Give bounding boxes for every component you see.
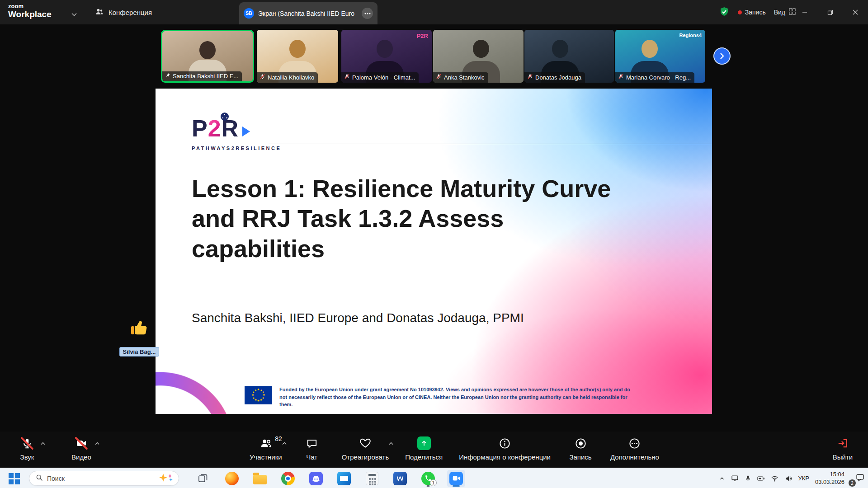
- leave-button[interactable]: Выйти: [829, 432, 856, 461]
- p2r-logo-text: P2R: [192, 117, 281, 140]
- meeting-info-button[interactable]: Информация о конференции: [459, 432, 551, 461]
- task-view-icon[interactable]: [195, 472, 211, 485]
- tray-date: 03.03.2026: [815, 479, 844, 486]
- monitor-icon[interactable]: [731, 474, 739, 482]
- participant-name-tag: Anka Stankovic: [433, 72, 488, 83]
- participants-button[interactable]: 82 Участники: [250, 432, 282, 461]
- reaction-overlay: Silvia Bag...: [116, 317, 163, 357]
- chevron-up-icon[interactable]: [282, 439, 287, 447]
- meeting-info-label: Информация о конференции: [459, 453, 551, 461]
- participant-tile-nataliia[interactable]: Nataliia Kholiavko: [257, 30, 338, 83]
- chevron-down-icon[interactable]: [71, 10, 77, 18]
- logo-letter-2: 2: [208, 117, 222, 140]
- participant-tile-paloma[interactable]: P2R Paloma Velón - Climat...: [341, 30, 432, 83]
- tab-more-icon[interactable]: [362, 8, 373, 19]
- battery-icon[interactable]: [757, 474, 765, 482]
- participant-name-tag: Paloma Velón - Climat...: [341, 72, 419, 83]
- tray-time: 15:04: [815, 471, 844, 479]
- calculator-icon[interactable]: [363, 470, 381, 487]
- search-input[interactable]: Поиск: [29, 471, 179, 486]
- share-button[interactable]: Поделиться: [405, 432, 443, 461]
- person-silhouette: [552, 40, 568, 58]
- person-silhouette: [199, 41, 216, 59]
- tray-mic-icon[interactable]: [745, 475, 751, 482]
- minimize-icon[interactable]: [792, 0, 817, 24]
- firefox-icon[interactable]: [223, 470, 241, 487]
- close-icon[interactable]: [843, 0, 868, 24]
- workplace-logo-text: Workplace: [8, 9, 52, 19]
- tray-chevron-up-icon[interactable]: [719, 475, 725, 482]
- video-label: Видео: [71, 453, 91, 461]
- person-silhouette: [473, 40, 489, 58]
- audio-label: Звук: [20, 453, 34, 461]
- mic-muted-icon: [527, 74, 533, 81]
- restore-icon[interactable]: [817, 0, 843, 24]
- backdrop-logo-text: P2R: [417, 33, 428, 39]
- eu-flag-icon: ★★ ★★ ★★ ★★ ★★ ★★: [245, 386, 272, 406]
- participant-name: Mariana Corvaro - Reg...: [626, 74, 691, 81]
- scroll-next-icon[interactable]: [713, 47, 731, 65]
- participant-name: Anka Stankovic: [444, 74, 485, 81]
- participant-tile-sanchita[interactable]: Sanchita Bakshi IIED E...: [161, 30, 254, 83]
- participant-tile-anka[interactable]: Anka Stankovic: [433, 30, 524, 83]
- recording-indicator[interactable]: Запись: [738, 9, 766, 16]
- title-bar: zoom Workplace Конференция SB Экран (San…: [0, 0, 868, 24]
- search-icon: [36, 474, 43, 483]
- participant-tile-mariana[interactable]: Regions4 Mariana Corvaro - Reg...: [615, 30, 705, 83]
- p2r-logo: P2R PATHWAYS2RESILIENCE: [192, 117, 281, 151]
- conference-tab-label: Конференция: [108, 9, 152, 16]
- wifi-icon[interactable]: [771, 474, 778, 482]
- recording-label: Запись: [745, 9, 766, 16]
- tray-clock[interactable]: 15:04 03.03.2026: [815, 471, 844, 486]
- more-label: Дополнительно: [610, 453, 659, 461]
- avatar-badge: SB: [244, 8, 254, 19]
- react-button[interactable]: Отреагировать: [342, 432, 389, 461]
- blue-app-icon[interactable]: [335, 470, 353, 487]
- person-silhouette: [642, 40, 658, 58]
- svg-text:★: ★: [260, 398, 263, 402]
- view-label: Вид: [774, 9, 785, 16]
- svg-text:★: ★: [257, 388, 260, 391]
- tab-conference[interactable]: Конференция: [95, 0, 152, 24]
- more-button[interactable]: Дополнительно: [610, 432, 659, 461]
- file-explorer-icon[interactable]: [251, 470, 269, 487]
- pin-icon: [165, 73, 170, 80]
- windows-start-icon[interactable]: [7, 472, 21, 485]
- leave-label: Выйти: [833, 453, 853, 461]
- speaker-icon[interactable]: [784, 474, 792, 482]
- chevron-up-icon[interactable]: [41, 439, 45, 447]
- participant-name-tag: Mariana Corvaro - Reg...: [615, 72, 694, 83]
- record-label: Запись: [569, 453, 591, 461]
- word-icon[interactable]: [391, 470, 409, 487]
- system-tray: УКР 15:04 03.03.2026 2: [719, 468, 864, 488]
- svg-text:★: ★: [257, 399, 260, 403]
- tab-shared-screen[interactable]: SB Экран (Sanchita Bakshi IIED Euro: [239, 2, 377, 24]
- sparkles-icon[interactable]: [159, 473, 174, 484]
- whatsapp-icon[interactable]: 1: [419, 470, 437, 487]
- chat-icon: [306, 436, 318, 450]
- record-button[interactable]: Запись: [567, 432, 594, 461]
- react-label: Отреагировать: [342, 453, 389, 461]
- eu-disclaimer-text: Funded by the European Union under grant…: [279, 386, 637, 408]
- more-icon: [628, 436, 641, 450]
- video-button[interactable]: Видео: [68, 432, 95, 461]
- zoom-app-icon[interactable]: [447, 470, 465, 487]
- backdrop-logo-text: Regions4: [679, 33, 702, 38]
- notification-icon[interactable]: 2: [850, 473, 864, 483]
- language-indicator[interactable]: УКР: [798, 475, 809, 482]
- chrome-icon[interactable]: [279, 470, 297, 487]
- participant-name-tag: Sanchita Bakshi IIED E...: [162, 71, 242, 81]
- eu-funding-row: ★★ ★★ ★★ ★★ ★★ ★★ Funded by the European…: [245, 386, 637, 408]
- active-tab-title: Экран (Sanchita Bakshi IIED Euro: [258, 10, 358, 17]
- shield-check-icon[interactable]: [719, 6, 730, 19]
- chevron-up-icon[interactable]: [95, 439, 99, 447]
- discord-icon[interactable]: [307, 470, 325, 487]
- audio-button[interactable]: Звук: [14, 432, 41, 461]
- chevron-up-icon[interactable]: [389, 439, 393, 447]
- participant-tile-donatas[interactable]: Donatas Jodauga: [524, 30, 614, 83]
- video-strip: Sanchita Bakshi IIED E... Nataliia Kholi…: [0, 30, 868, 83]
- chat-button[interactable]: Чат: [298, 432, 326, 461]
- p2r-logo-caption: PATHWAYS2RESILIENCE: [192, 145, 281, 151]
- logo-arrow-icon: [242, 127, 250, 136]
- running-indicator: [427, 485, 430, 487]
